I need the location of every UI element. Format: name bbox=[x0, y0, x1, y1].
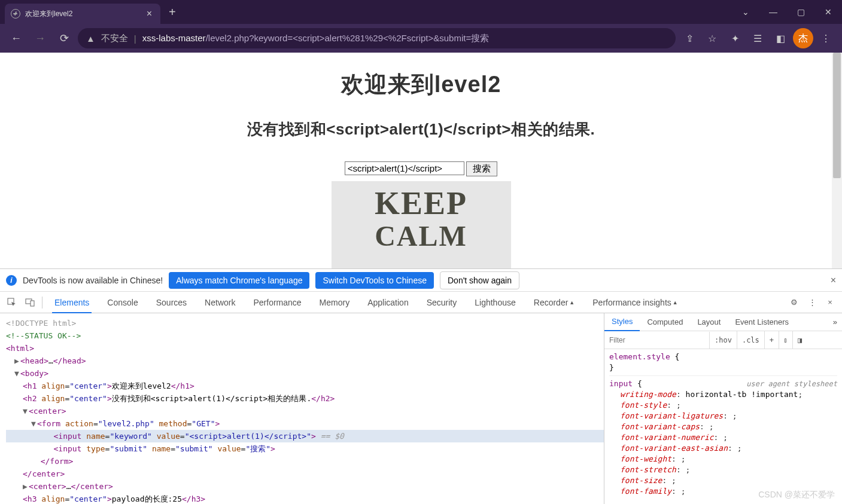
tab-performance[interactable]: Performance bbox=[245, 292, 309, 313]
new-tab-button[interactable]: + bbox=[160, 5, 184, 19]
dont-show-button[interactable]: Don't show again bbox=[440, 271, 519, 289]
window-controls: ⌄ ― ▢ ✕ bbox=[732, 0, 842, 24]
new-style-button[interactable]: + bbox=[765, 331, 779, 349]
close-window-button[interactable]: ✕ bbox=[814, 0, 842, 24]
share-icon[interactable]: ⇪ bbox=[679, 28, 700, 48]
devtools-infobar: i DevTools is now available in Chinese! … bbox=[0, 269, 842, 292]
close-tab-icon[interactable]: × bbox=[144, 8, 154, 19]
tab-application[interactable]: Application bbox=[359, 292, 417, 313]
search-submit-button[interactable] bbox=[466, 161, 497, 176]
reading-list-icon[interactable]: ☰ bbox=[747, 28, 768, 48]
address-bar[interactable]: ▲ 不安全 | xss-labs-master/level2.php?keywo… bbox=[78, 28, 676, 48]
svg-rect-2 bbox=[31, 301, 34, 306]
tab-network[interactable]: Network bbox=[196, 292, 244, 313]
tab-console[interactable]: Console bbox=[99, 292, 146, 313]
warning-icon: ▲ bbox=[86, 33, 95, 44]
devtools-panel: i DevTools is now available in Chinese! … bbox=[0, 268, 842, 504]
devtools-tabs: Elements Console Sources Network Perform… bbox=[0, 292, 842, 313]
keyword-input[interactable] bbox=[345, 161, 464, 175]
divider bbox=[42, 297, 42, 308]
device-toggle-icon[interactable] bbox=[22, 294, 38, 311]
tab-layout[interactable]: Layout bbox=[690, 313, 728, 331]
page-h1: 欢迎来到level2 bbox=[0, 69, 842, 100]
chevron-down-icon[interactable]: ⌄ bbox=[732, 0, 759, 24]
tab-lighthouse[interactable]: Lighthouse bbox=[466, 292, 524, 313]
tab-elements[interactable]: Elements bbox=[46, 292, 98, 313]
keep-calm-image: KEEP CALM bbox=[332, 181, 511, 268]
side-panel-icon[interactable]: ◧ bbox=[770, 28, 791, 48]
styles-rules[interactable]: element.style { } user agent stylesheet … bbox=[604, 349, 842, 504]
page-scrollbar[interactable] bbox=[832, 53, 842, 268]
selected-dom-node: ⋯ <input name="keyword" value="<script>a… bbox=[6, 430, 604, 442]
page-content: 欢迎来到level2 没有找到和<script>alert(1)</script… bbox=[0, 53, 842, 268]
minimize-button[interactable]: ― bbox=[759, 0, 787, 24]
tab-computed[interactable]: Computed bbox=[640, 313, 690, 331]
globe-icon bbox=[11, 9, 20, 19]
styles-sidebar: Styles Computed Layout Event Listeners »… bbox=[604, 313, 842, 504]
extensions-icon[interactable]: ✦ bbox=[725, 28, 745, 48]
tab-sources[interactable]: Sources bbox=[148, 292, 195, 313]
browser-tab[interactable]: 欢迎来到level2 × bbox=[5, 4, 160, 24]
tab-styles[interactable]: Styles bbox=[604, 313, 640, 331]
styles-filter-bar: :hov .cls + ⫾ ◨ bbox=[604, 331, 842, 349]
gear-icon[interactable]: ⚙ bbox=[786, 294, 803, 311]
elements-dom-tree[interactable]: <!DOCTYPE html> <!--STATUS OK--> <html> … bbox=[0, 313, 604, 504]
profile-avatar[interactable]: 杰 bbox=[793, 28, 813, 48]
toolbar-right: ⇪ ☆ ✦ ☰ ◧ 杰 ⋮ bbox=[679, 28, 836, 48]
back-button[interactable]: ← bbox=[6, 28, 26, 48]
maximize-button[interactable]: ▢ bbox=[787, 0, 814, 24]
computed-toggle-icon[interactable]: ⫾ bbox=[779, 331, 793, 349]
infobar-close-icon[interactable]: × bbox=[831, 275, 836, 286]
window-titlebar: 欢迎来到level2 × + ⌄ ― ▢ ✕ bbox=[0, 0, 842, 24]
poster-line1: KEEP bbox=[375, 185, 467, 222]
insecure-label: 不安全 bbox=[101, 33, 128, 44]
styles-filter-input[interactable] bbox=[604, 332, 710, 349]
separator: | bbox=[134, 33, 136, 44]
tab-perf-insights[interactable]: Performance insights▲ bbox=[584, 292, 686, 313]
info-icon: i bbox=[6, 275, 17, 286]
star-icon[interactable]: ☆ bbox=[702, 28, 722, 48]
hov-button[interactable]: :hov bbox=[710, 331, 737, 349]
search-form bbox=[0, 161, 842, 176]
tab-security[interactable]: Security bbox=[418, 292, 466, 313]
tab-recorder[interactable]: Recorder▲ bbox=[525, 292, 583, 313]
tab-memory[interactable]: Memory bbox=[311, 292, 358, 313]
tab-title: 欢迎来到level2 bbox=[25, 9, 72, 19]
styles-tabs: Styles Computed Layout Event Listeners » bbox=[604, 313, 842, 331]
inspect-icon[interactable] bbox=[4, 294, 20, 311]
switch-chinese-button[interactable]: Switch DevTools to Chinese bbox=[315, 272, 434, 289]
devtools-close-icon[interactable]: × bbox=[822, 294, 838, 311]
infobar-message: DevTools is now available in Chinese! bbox=[23, 276, 163, 285]
kebab-icon[interactable]: ⋮ bbox=[804, 294, 820, 311]
tab-event-listeners[interactable]: Event Listeners bbox=[728, 313, 796, 331]
always-match-button[interactable]: Always match Chrome's language bbox=[169, 272, 309, 289]
reload-button[interactable]: ⟳ bbox=[54, 28, 74, 48]
more-tabs-icon[interactable]: » bbox=[828, 313, 842, 331]
page-h2: 没有找到和<script>alert(1)</script>相关的结果. bbox=[0, 119, 842, 140]
forward-button[interactable]: → bbox=[30, 28, 50, 48]
browser-toolbar: ← → ⟳ ▲ 不安全 | xss-labs-master/level2.php… bbox=[0, 24, 842, 53]
kebab-menu-icon[interactable]: ⋮ bbox=[816, 28, 836, 48]
sidebar-toggle-icon[interactable]: ◨ bbox=[793, 331, 807, 349]
poster-line2: CALM bbox=[375, 219, 467, 252]
cls-button[interactable]: .cls bbox=[737, 331, 765, 349]
url-text: xss-labs-master/level2.php?keyword=<scri… bbox=[142, 33, 489, 44]
